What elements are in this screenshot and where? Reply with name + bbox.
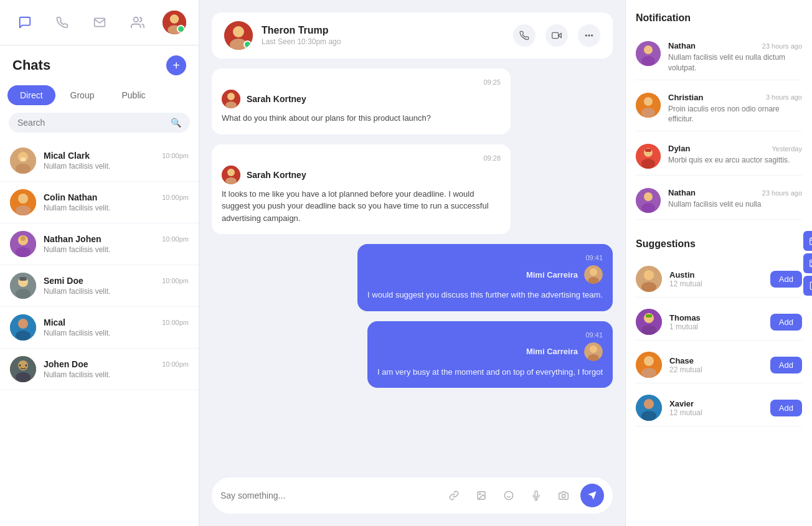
link-icon[interactable]: [443, 485, 465, 506]
phone-nav-icon[interactable]: [50, 10, 75, 35]
message-1: 09:28 Sarah Kortney It looks to me like …: [212, 144, 511, 235]
svg-point-20: [18, 319, 28, 329]
tab-group[interactable]: Group: [58, 85, 107, 105]
chat-item-0[interactable]: Mical Clark 10:00pm Nullam facilisis vel…: [0, 140, 199, 182]
tool-note[interactable]: [803, 276, 812, 296]
notification-title: Notification: [636, 12, 802, 24]
chat-preview-2: Nullam facilisis velit.: [44, 245, 189, 254]
svg-point-21: [16, 331, 31, 340]
svg-rect-18: [19, 277, 27, 281]
contact-avatar: [224, 21, 253, 50]
svg-point-57: [641, 56, 655, 66]
chat-time-2: 10:00pm: [162, 235, 189, 243]
chat-item-3[interactable]: Semi Doe 10:00pm Nullam facilisis velit.: [0, 265, 199, 307]
tab-direct[interactable]: Direct: [7, 85, 55, 105]
svg-point-60: [641, 108, 655, 118]
svg-point-14: [21, 236, 26, 241]
notif-time-3: 23 hours ago: [762, 189, 802, 197]
svg-rect-31: [552, 32, 559, 38]
voice-call-button[interactable]: [513, 24, 536, 47]
svg-rect-7: [21, 157, 26, 161]
msg-time-2: 09:41: [367, 254, 603, 261]
svg-point-6: [16, 164, 31, 174]
video-call-button[interactable]: [545, 24, 568, 47]
notif-name-0: Nathan: [668, 41, 696, 50]
send-button[interactable]: [580, 484, 604, 507]
svg-point-34: [591, 35, 593, 37]
svg-point-24: [16, 372, 31, 382]
search-icon: 🔍: [171, 118, 181, 128]
tab-public[interactable]: Public: [109, 85, 158, 105]
notif-info-2: Dylan Yesterday Morbi quis ex eu arcu au…: [668, 144, 802, 169]
tool-calendar[interactable]: [803, 231, 812, 251]
add-chase-button[interactable]: Add: [770, 357, 802, 373]
contact-name: Theron Trump: [262, 25, 504, 36]
svg-point-70: [641, 282, 656, 292]
chat-nav-icon[interactable]: [12, 10, 37, 35]
chat-info-4: Mical 10:00pm Nullam facilisis velit.: [44, 317, 189, 337]
suggest-item-1: Thomas 1 mutual Add: [636, 304, 802, 340]
msg-avatar-3: [584, 342, 603, 361]
notif-name-1: Christian: [668, 93, 703, 102]
add-austin-button[interactable]: Add: [770, 271, 802, 288]
chats-title: Chats: [12, 57, 50, 73]
search-input[interactable]: [17, 118, 171, 128]
chat-item-4[interactable]: Mical 10:00pm Nullam facilisis velit.: [0, 307, 199, 349]
user-avatar-nav[interactable]: [163, 11, 186, 34]
notif-time-0: 23 hours ago: [762, 42, 802, 50]
image-icon[interactable]: [471, 485, 492, 506]
avatar-mical-clark: [10, 148, 36, 174]
svg-point-49: [504, 491, 512, 499]
camera-icon[interactable]: [553, 485, 574, 506]
svg-point-13: [16, 247, 31, 257]
msg-text-2: I would suggest you discuss this further…: [367, 289, 603, 301]
chat-item-1[interactable]: Colin Nathan 10:00pm Nullam facilisis ve…: [0, 182, 199, 223]
suggest-name-1: Thomas: [669, 313, 763, 322]
tool-image[interactable]: [803, 253, 812, 273]
suggest-mutual-1: 1 mutual: [669, 322, 763, 331]
notif-info-1: Christian 3 hours ago Proin iaculis eros…: [668, 93, 802, 125]
message-input[interactable]: [220, 491, 437, 500]
chat-list: Mical Clark 10:00pm Nullam facilisis vel…: [0, 140, 199, 526]
chat-item-5[interactable]: Johen Doe 10:00pm Nullam facilisis velit…: [0, 349, 199, 390]
svg-point-36: [227, 93, 235, 100]
svg-point-25: [19, 365, 21, 367]
notif-time-1: 3 hours ago: [766, 93, 802, 101]
svg-point-73: [641, 325, 656, 335]
notif-info-0: Nathan 23 hours ago Nullam facilisis vel…: [668, 41, 802, 73]
add-chat-button[interactable]: +: [166, 55, 186, 75]
mail-nav-icon[interactable]: [87, 10, 112, 35]
main-chat-area: Theron Trump Last Seen 10:30pm ago: [199, 0, 625, 526]
svg-point-17: [16, 289, 31, 299]
notif-name-3: Nathan: [668, 188, 696, 197]
chat-preview-0: Nullam facilisis velit.: [44, 162, 189, 171]
right-panel: Notification Nathan 23 hours ago Nullam …: [625, 0, 812, 526]
notif-item-1: Christian 3 hours ago Proin iaculis eros…: [636, 87, 802, 132]
msg-avatar-2: [584, 265, 603, 284]
chat-name-2: Nathan Johen: [44, 234, 102, 244]
more-options-button[interactable]: [578, 24, 600, 47]
chat-time-3: 10:00pm: [162, 277, 189, 284]
svg-point-0: [133, 17, 138, 22]
mic-icon[interactable]: [526, 485, 547, 506]
msg-time-3: 09:41: [377, 331, 603, 339]
add-thomas-button[interactable]: Add: [770, 314, 802, 331]
svg-point-2: [170, 14, 179, 23]
notif-item-3: Nathan 23 hours ago Nullam facilisis vel…: [636, 182, 802, 220]
chat-tabs: Direct Group Public: [0, 80, 199, 105]
svg-point-69: [644, 270, 654, 280]
suggest-avatar-1: [636, 309, 662, 335]
users-nav-icon[interactable]: [125, 10, 150, 35]
svg-point-3: [168, 26, 181, 34]
emoji-icon[interactable]: [498, 485, 519, 506]
chat-item-2[interactable]: Nathan Johen 10:00pm Nullam facilisis ve…: [0, 223, 199, 265]
notif-text-0: Nullam facilisis velit eu nulla dictum v…: [668, 52, 802, 73]
svg-point-59: [644, 97, 653, 106]
msg-time-1: 09:28: [222, 154, 501, 162]
add-xavier-button[interactable]: Add: [770, 400, 802, 416]
chat-name-0: Mical Clark: [44, 151, 90, 161]
avatar-semi-doe: [10, 273, 36, 299]
suggest-info-3: Xavier 12 mutual: [669, 399, 763, 417]
svg-rect-64: [645, 149, 651, 152]
msg-sender-1: Sarah Kortney: [222, 166, 501, 184]
